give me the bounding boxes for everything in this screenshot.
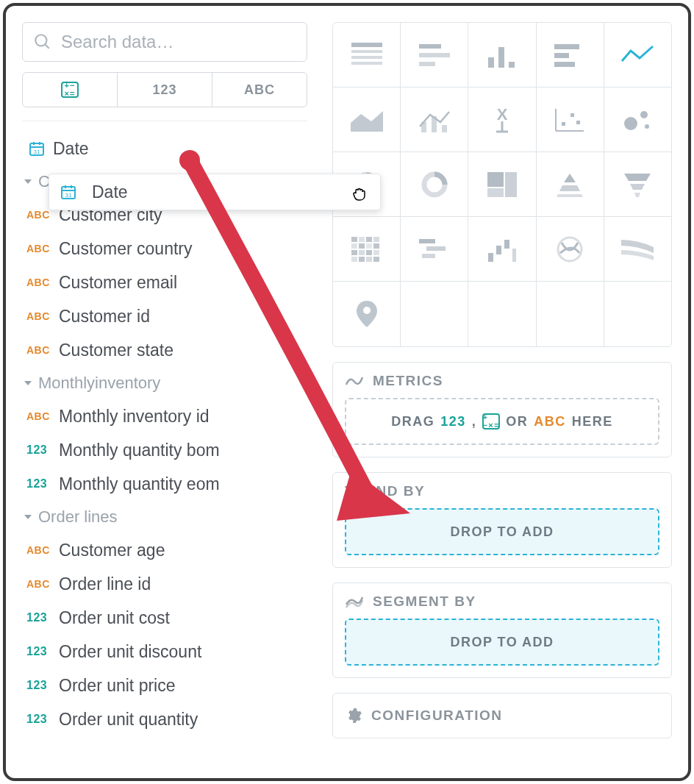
field-item[interactable]: ABCCustomer age bbox=[22, 533, 307, 567]
field-item[interactable]: ABCOrder line id bbox=[22, 567, 307, 601]
divider bbox=[22, 121, 307, 121]
svg-rect-11 bbox=[419, 44, 441, 49]
chart-area-icon[interactable] bbox=[333, 88, 401, 152]
tab-formula[interactable]: +−×= bbox=[23, 73, 118, 107]
svg-rect-30 bbox=[570, 113, 574, 117]
chart-bubble-icon[interactable] bbox=[604, 88, 671, 152]
tab-text[interactable]: ABC bbox=[212, 73, 307, 107]
group-monthlyinventory[interactable]: Monthlyinventory bbox=[22, 367, 307, 399]
text-type-icon: ABC bbox=[26, 344, 56, 356]
svg-rect-15 bbox=[498, 47, 504, 68]
configuration-section[interactable]: CONFIGURATION bbox=[332, 693, 672, 738]
field-item[interactable]: 123Monthly quantity eom bbox=[22, 467, 307, 501]
trend-section: TREND BY DROP TO ADD bbox=[332, 472, 672, 568]
number-type-icon: 123 bbox=[26, 679, 56, 692]
trend-drop-zone[interactable]: DROP TO ADD bbox=[345, 508, 659, 555]
number-type-icon: 123 bbox=[26, 713, 56, 726]
group-order-lines[interactable]: Order lines bbox=[22, 501, 307, 533]
svg-rect-58 bbox=[359, 257, 365, 262]
svg-rect-47 bbox=[366, 237, 372, 242]
field-item[interactable]: 123Order unit discount bbox=[22, 635, 307, 669]
chart-line-icon[interactable] bbox=[604, 23, 671, 88]
grab-cursor-icon bbox=[351, 185, 368, 206]
chart-funnel-icon[interactable] bbox=[604, 152, 671, 217]
svg-rect-19 bbox=[554, 62, 575, 67]
chart-chord-icon[interactable] bbox=[537, 217, 604, 282]
field-item[interactable]: 123Order unit quantity bbox=[22, 702, 307, 736]
svg-rect-51 bbox=[366, 243, 372, 249]
chart-heatmap-icon[interactable] bbox=[333, 217, 401, 282]
search-icon bbox=[33, 32, 52, 51]
text-type-icon: ABC bbox=[26, 277, 56, 288]
field-item[interactable]: ABCCustomer email bbox=[22, 266, 307, 299]
search-input[interactable] bbox=[61, 32, 296, 52]
svg-marker-42 bbox=[624, 174, 651, 181]
tab-numeric[interactable]: 123 bbox=[118, 73, 212, 107]
svg-rect-45 bbox=[351, 237, 357, 242]
field-label: Order unit quantity bbox=[59, 710, 198, 730]
search-input-wrapper[interactable] bbox=[22, 22, 307, 62]
svg-rect-50 bbox=[359, 243, 365, 249]
chart-combo-icon[interactable] bbox=[401, 88, 468, 152]
field-item[interactable]: 123Order unit cost bbox=[22, 601, 307, 635]
type-filter-tabs: +−×= 123 ABC bbox=[22, 72, 307, 107]
chart-map-icon[interactable] bbox=[333, 282, 401, 346]
svg-rect-38 bbox=[487, 188, 504, 197]
svg-rect-14 bbox=[488, 57, 494, 68]
field-label: Customer state bbox=[59, 341, 174, 360]
text-type-icon: ABC bbox=[26, 310, 56, 322]
svg-rect-53 bbox=[351, 250, 357, 255]
chart-empty bbox=[401, 282, 468, 346]
field-item[interactable]: 123Monthly quantity bom bbox=[22, 433, 307, 467]
text-type-icon: ABC bbox=[26, 578, 56, 590]
segment-icon bbox=[345, 594, 364, 609]
field-item[interactable]: ABCCustomer state bbox=[22, 333, 307, 367]
field-label: Customer country bbox=[59, 239, 193, 259]
chart-list-icon[interactable] bbox=[401, 23, 468, 88]
field-label: Order unit price bbox=[59, 676, 176, 696]
svg-rect-13 bbox=[419, 62, 435, 66]
chart-waterfall-icon[interactable] bbox=[468, 217, 536, 282]
field-item[interactable]: ABCCustomer country bbox=[22, 232, 307, 266]
svg-rect-29 bbox=[562, 122, 565, 126]
chart-table-icon[interactable] bbox=[333, 23, 401, 88]
svg-marker-41 bbox=[557, 194, 583, 197]
chart-empty bbox=[468, 282, 536, 346]
segment-drop-zone[interactable]: DROP TO ADD bbox=[345, 619, 659, 666]
svg-rect-66 bbox=[504, 240, 509, 249]
number-type-icon: 123 bbox=[26, 645, 56, 658]
svg-rect-64 bbox=[488, 253, 493, 262]
chart-boxplot-icon[interactable]: X bbox=[468, 88, 536, 152]
chart-pyramid-icon[interactable] bbox=[537, 152, 604, 217]
metrics-section: METRICS DRAG 123 , +−×= OR ABC HERE bbox=[332, 362, 672, 457]
metrics-drop-zone[interactable]: DRAG 123 , +−×= OR ABC HERE bbox=[345, 398, 659, 445]
field-item[interactable]: 123Order unit price bbox=[22, 669, 307, 702]
text-type-icon: ABC bbox=[26, 243, 56, 254]
field-date[interactable]: 31 Date bbox=[22, 132, 307, 165]
field-item[interactable]: ABCCustomer id bbox=[22, 299, 307, 333]
svg-rect-65 bbox=[496, 246, 501, 254]
chart-bar-icon[interactable] bbox=[537, 23, 604, 88]
chart-treemap-icon[interactable] bbox=[468, 152, 536, 217]
field-label: Customer email bbox=[59, 273, 177, 293]
svg-rect-63 bbox=[422, 254, 435, 258]
chart-gantt-icon[interactable] bbox=[401, 217, 468, 282]
svg-rect-18 bbox=[554, 53, 569, 58]
field-item[interactable]: ABCMonthly inventory id bbox=[22, 399, 307, 433]
svg-marker-40 bbox=[559, 185, 580, 191]
chart-empty bbox=[537, 282, 604, 346]
field-label: Order unit discount bbox=[59, 642, 201, 662]
svg-rect-7 bbox=[351, 43, 382, 47]
chart-empty bbox=[604, 282, 671, 346]
chart-column-icon[interactable] bbox=[468, 23, 536, 88]
calendar-icon: 31 bbox=[28, 140, 46, 157]
chart-sankey-icon[interactable] bbox=[604, 217, 671, 282]
segment-section: SEGMENT BY DROP TO ADD bbox=[332, 582, 672, 678]
segment-title: SEGMENT BY bbox=[373, 594, 476, 610]
trend-title: TREND BY bbox=[345, 483, 425, 499]
chart-scatter-icon[interactable] bbox=[537, 88, 604, 152]
svg-rect-9 bbox=[351, 56, 382, 59]
svg-rect-59 bbox=[366, 257, 372, 262]
chart-donut-icon[interactable] bbox=[401, 152, 468, 217]
svg-rect-49 bbox=[351, 243, 357, 249]
